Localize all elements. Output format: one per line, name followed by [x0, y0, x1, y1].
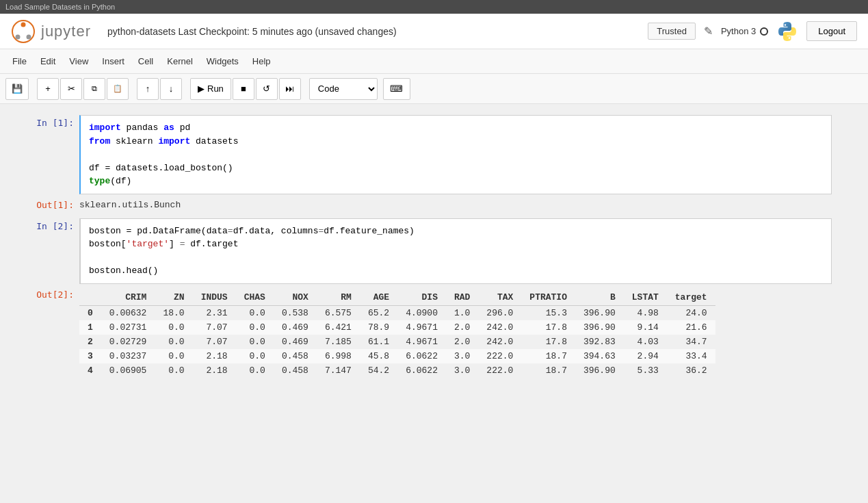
col-header-lstat: LSTAT: [624, 289, 667, 306]
save-icon: 💾: [12, 83, 23, 94]
cell-2-input-row: In [2]: boston = pd.DataFrame(data=df.da…: [11, 218, 857, 284]
cell-1-out-label: Out[1]:: [11, 197, 79, 210]
run-cell-button[interactable]: ▶ Run: [190, 78, 231, 100]
table-cell: 1.0: [446, 305, 478, 320]
menu-file[interactable]: File: [5, 53, 34, 69]
cell-1-line-2: from sklearn import datasets: [89, 135, 823, 149]
kernel-info: Python 3: [721, 26, 768, 36]
cell-1-input[interactable]: import pandas as pd from sklearn import …: [79, 115, 832, 194]
table-cell: 6.575: [317, 305, 360, 320]
col-header-age: AGE: [360, 289, 397, 306]
table-cell: 4: [79, 363, 101, 378]
col-header-target: target: [667, 289, 715, 306]
table-cell: 0.469: [274, 320, 317, 335]
table-cell: 18.7: [521, 363, 575, 378]
col-header-crim: CRIM: [101, 289, 155, 306]
menu-edit[interactable]: Edit: [34, 53, 62, 69]
notebook-title[interactable]: python-datasets Last Checkpoint: 5 minut…: [107, 26, 648, 37]
add-cell-button[interactable]: +: [37, 78, 59, 100]
table-cell: 242.0: [478, 320, 521, 335]
menu-cell[interactable]: Cell: [131, 53, 160, 69]
col-header-tax: TAX: [478, 289, 521, 306]
menu-widgets[interactable]: Widgets: [200, 53, 246, 69]
table-cell: 392.83: [575, 335, 624, 349]
jupyter-logo-icon: [11, 19, 36, 44]
table-cell: 0.0: [236, 349, 274, 363]
titlebar: Load Sample Datasets in Python: [0, 0, 868, 14]
col-header-dis: DIS: [397, 289, 446, 306]
col-header-indus: INDUS: [193, 289, 236, 306]
table-cell: 24.0: [667, 305, 715, 320]
paste-cell-button[interactable]: 📋: [107, 78, 129, 100]
table-cell: 78.9: [360, 320, 397, 335]
run-label: Run: [207, 83, 224, 94]
col-header-rm: RM: [317, 289, 360, 306]
table-cell: 0.458: [274, 349, 317, 363]
cell-1-line-1: import pandas as pd: [89, 121, 823, 135]
table-cell: 6.0622: [397, 363, 446, 378]
move-cell-up-button[interactable]: ↑: [137, 78, 159, 100]
move-cell-down-button[interactable]: ↓: [160, 78, 182, 100]
cell-type-select[interactable]: Code Markdown Raw NBConvert Heading: [309, 78, 378, 100]
table-cell: 242.0: [478, 335, 521, 349]
menu-view[interactable]: View: [62, 53, 95, 69]
trusted-button[interactable]: Trusted: [648, 23, 696, 40]
table-cell: 18.7: [521, 349, 575, 363]
table-cell: 222.0: [478, 349, 521, 363]
cut-icon: ✂: [68, 83, 75, 94]
menu-insert[interactable]: Insert: [95, 53, 131, 69]
table-cell: 4.9671: [397, 320, 446, 335]
cell-1-input-row: In [1]: import pandas as pd from sklearn…: [11, 115, 857, 194]
table-cell: 65.2: [360, 305, 397, 320]
cell-1-line-4: df = datasets.load_boston(): [89, 162, 823, 175]
menu-help[interactable]: Help: [246, 53, 278, 69]
table-cell: 0.00632: [101, 305, 155, 320]
cell-2-line-2: boston['target'] = df.target: [89, 237, 823, 251]
cell-2-output: CRIM ZN INDUS CHAS NOX RM AGE DIS RAD TA…: [79, 287, 857, 381]
cell-1-in-label: In [1]:: [11, 115, 79, 128]
table-cell: 7.147: [317, 363, 360, 378]
interrupt-kernel-button[interactable]: ■: [233, 78, 254, 100]
cell-2-line-3: [89, 251, 823, 265]
table-cell: 2.0: [446, 335, 478, 349]
cell-2-line-1: boston = pd.DataFrame(data=df.data, colu…: [89, 224, 823, 238]
logout-button[interactable]: Logout: [806, 21, 857, 41]
cell-1-output-row: Out[1]: sklearn.utils.Bunch: [11, 197, 857, 213]
edit-notebook-name-button[interactable]: ✎: [704, 25, 713, 38]
cell-1-line-5: type(df): [89, 175, 823, 188]
menu-kernel[interactable]: Kernel: [160, 53, 200, 69]
save-button[interactable]: 💾: [5, 78, 29, 100]
restart-kernel-button[interactable]: ↺: [256, 78, 278, 100]
keyboard-shortcuts-button[interactable]: ⌨: [383, 78, 410, 100]
table-row: 20.027290.07.070.00.4697.18561.14.96712.…: [79, 335, 715, 349]
copy-cell-button[interactable]: ⧉: [83, 78, 105, 100]
table-cell: 2.0: [446, 320, 478, 335]
table-cell: 3.0: [446, 349, 478, 363]
add-icon: +: [45, 83, 51, 94]
col-header-index: [79, 289, 101, 306]
output-table: CRIM ZN INDUS CHAS NOX RM AGE DIS RAD TA…: [79, 289, 715, 378]
table-cell: 0: [79, 305, 101, 320]
logo-area: jupyter: [11, 19, 91, 44]
table-cell: 15.3: [521, 305, 575, 320]
cell-2-input[interactable]: boston = pd.DataFrame(data=df.data, colu…: [79, 218, 832, 284]
python-logo-icon: [776, 21, 798, 42]
paste-icon: 📋: [113, 84, 122, 93]
table-cell: 6.998: [317, 349, 360, 363]
table-cell: 0.0: [236, 320, 274, 335]
table-cell: 2.18: [193, 363, 236, 378]
down-arrow-icon: ↓: [169, 83, 174, 94]
cell-2-in-label: In [2]:: [11, 218, 79, 231]
fast-forward-icon: ⏭: [285, 83, 294, 94]
table-cell: 296.0: [478, 305, 521, 320]
cut-cell-button[interactable]: ✂: [60, 78, 82, 100]
cell-1-output: sklearn.utils.Bunch: [79, 197, 857, 213]
table-cell: 0.538: [274, 305, 317, 320]
titlebar-text: Load Sample Datasets in Python: [5, 3, 115, 11]
table-cell: 33.4: [667, 349, 715, 363]
table-cell: 3: [79, 349, 101, 363]
table-cell: 7.07: [193, 335, 236, 349]
kernel-status-circle: [760, 27, 768, 36]
restart-run-all-button[interactable]: ⏭: [279, 78, 301, 100]
col-header-rad: RAD: [446, 289, 478, 306]
